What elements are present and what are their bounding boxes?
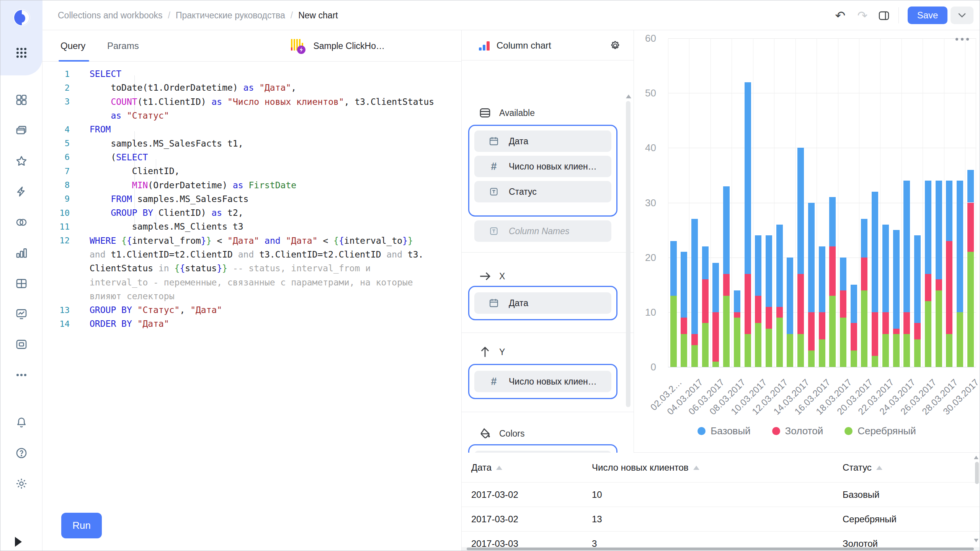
bar-segment-Базовый[interactable]: [903, 181, 910, 312]
bar-segment-Серебряный[interactable]: [861, 290, 867, 367]
bar-segment-Золотой[interactable]: [766, 307, 772, 329]
bar-segment-Золотой[interactable]: [882, 312, 889, 334]
bar-segment-Золотой[interactable]: [681, 318, 687, 334]
sql-editor[interactable]: 1SELECT2 toDate(t1.OrderDatetime) as "Да…: [42, 62, 461, 551]
table-row[interactable]: 2017-03-0213Серебряный: [462, 507, 980, 531]
bar-segment-Серебряный[interactable]: [745, 334, 751, 367]
chart-menu-icon[interactable]: [956, 38, 969, 41]
bar-segment-Серебряный[interactable]: [872, 356, 878, 367]
bar-segment-Серебряный[interactable]: [808, 350, 815, 367]
save-dropdown-button[interactable]: [951, 7, 973, 24]
panel-scrollbar[interactable]: [626, 101, 630, 407]
bar-segment-Серебряный[interactable]: [967, 252, 974, 367]
bar-segment-Базовый[interactable]: [787, 258, 793, 334]
settings-gear-icon[interactable]: [15, 477, 28, 491]
bar-segment-Базовый[interactable]: [745, 82, 751, 274]
bar-segment-Базовый[interactable]: [936, 181, 942, 279]
table-row[interactable]: 2017-03-0210Базовый: [462, 483, 980, 507]
bar-segment-Золотой[interactable]: [819, 312, 825, 340]
bar-segment-Базовый[interactable]: [808, 203, 815, 312]
sidebar-item-tables[interactable]: [15, 277, 28, 290]
bar-segment-Золотой[interactable]: [776, 307, 783, 318]
bar-segment-Золотой[interactable]: [829, 246, 836, 296]
panel-scroll-up-icon[interactable]: [626, 95, 631, 98]
bar-segment-Золотой[interactable]: [851, 323, 857, 350]
y-field-chip[interactable]: # Число новых клиен…: [474, 371, 611, 392]
bar-segment-Базовый[interactable]: [670, 241, 677, 296]
help-icon[interactable]: [15, 446, 28, 460]
bar-segment-Серебряный[interactable]: [702, 323, 709, 367]
bar-segment-Серебряный[interactable]: [925, 301, 931, 367]
bar-segment-Золотой[interactable]: [702, 279, 709, 323]
legend-item-Базовый[interactable]: Базовый: [697, 425, 750, 437]
chart-settings-gear-icon[interactable]: [609, 39, 621, 52]
bar-segment-Золотой[interactable]: [723, 274, 730, 296]
bar-segment-Серебряный[interactable]: [829, 296, 836, 367]
bar-segment-Золотой[interactable]: [936, 279, 942, 290]
bar-segment-Базовый[interactable]: [851, 285, 857, 323]
breadcrumb-item[interactable]: Collections and workbooks: [58, 10, 163, 21]
sidebar-item-workbooks[interactable]: [15, 93, 28, 107]
bar-segment-Базовый[interactable]: [723, 186, 730, 274]
field-chip-status[interactable]: Статус: [474, 181, 611, 202]
bar-segment-Серебряный[interactable]: [957, 312, 963, 367]
bar-segment-Серебряный[interactable]: [903, 334, 910, 367]
bar-segment-Серебряный[interactable]: [914, 339, 921, 367]
bar-segment-Базовый[interactable]: [734, 290, 740, 312]
run-button[interactable]: Run: [61, 513, 102, 538]
bar-segment-Базовый[interactable]: [797, 148, 804, 274]
redo-icon[interactable]: ↷: [856, 9, 869, 23]
sidebar-item-connections[interactable]: [15, 185, 28, 199]
table-scroll-up-icon[interactable]: [974, 456, 978, 459]
bar-segment-Базовый[interactable]: [957, 181, 963, 312]
tab-query[interactable]: Query: [60, 30, 85, 62]
bar-segment-Золотой[interactable]: [712, 312, 719, 362]
bar-segment-Базовый[interactable]: [882, 225, 889, 312]
sidebar-item-collections[interactable]: [15, 124, 28, 137]
sidebar-item-charts[interactable]: [15, 246, 28, 260]
breadcrumb-item[interactable]: Практические руководства: [176, 10, 285, 21]
bar-segment-Базовый[interactable]: [712, 263, 719, 312]
sidebar-item-datasets[interactable]: [15, 215, 28, 229]
field-chip-new-clients[interactable]: # Число новых клиен…: [474, 156, 611, 177]
notifications-bell-icon[interactable]: [15, 416, 28, 429]
bar-segment-Серебряный[interactable]: [851, 350, 857, 367]
connection-selector[interactable]: Sample ClickHo…: [290, 30, 385, 62]
bar-segment-Базовый[interactable]: [946, 181, 952, 241]
legend-item-Серебряный[interactable]: Серебряный: [844, 425, 916, 437]
table-scroll-down-icon[interactable]: [974, 539, 978, 542]
bar-segment-Серебряный[interactable]: [766, 329, 772, 367]
bar-segment-Серебряный[interactable]: [936, 290, 942, 367]
chart-type-label[interactable]: Column chart: [497, 30, 551, 60]
bar-segment-Базовый[interactable]: [893, 230, 900, 329]
bar-segment-Серебряный[interactable]: [723, 296, 730, 367]
bar-segment-Серебряный[interactable]: [681, 334, 687, 367]
bar-segment-Серебряный[interactable]: [840, 318, 846, 367]
sidebar-expand-arrow[interactable]: [15, 537, 22, 547]
bar-segment-Золотой[interactable]: [903, 312, 910, 334]
column-header-date[interactable]: Дата: [471, 453, 502, 483]
bar-segment-Базовый[interactable]: [914, 235, 921, 323]
bar-segment-Базовый[interactable]: [681, 252, 687, 318]
table-horizontal-scrollbar[interactable]: [467, 548, 974, 550]
bar-segment-Золотой[interactable]: [797, 274, 804, 334]
bar-segment-Базовый[interactable]: [872, 192, 878, 312]
bar-segment-Серебряный[interactable]: [776, 318, 783, 367]
bar-segment-Базовый[interactable]: [861, 219, 867, 257]
bar-segment-Базовый[interactable]: [925, 181, 931, 274]
undo-icon[interactable]: ↶: [833, 9, 847, 23]
bar-segment-Золотой[interactable]: [914, 323, 921, 339]
bar-segment-Золотой[interactable]: [946, 241, 952, 334]
field-chip-placeholder[interactable]: Column Names: [474, 220, 611, 242]
bar-segment-Базовый[interactable]: [829, 197, 836, 246]
sidebar-item-favorites[interactable]: [15, 154, 28, 168]
bar-segment-Серебряный[interactable]: [755, 323, 761, 367]
tab-params[interactable]: Params: [107, 30, 139, 62]
bar-segment-Базовый[interactable]: [755, 235, 761, 295]
bar-segment-Серебряный[interactable]: [691, 345, 698, 367]
bar-segment-Серебряный[interactable]: [670, 296, 677, 367]
bar-segment-Золотой[interactable]: [734, 312, 740, 318]
bar-segment-Золотой[interactable]: [808, 312, 815, 350]
column-header-status[interactable]: Статус: [843, 453, 882, 483]
bar-segment-Золотой[interactable]: [745, 274, 751, 334]
